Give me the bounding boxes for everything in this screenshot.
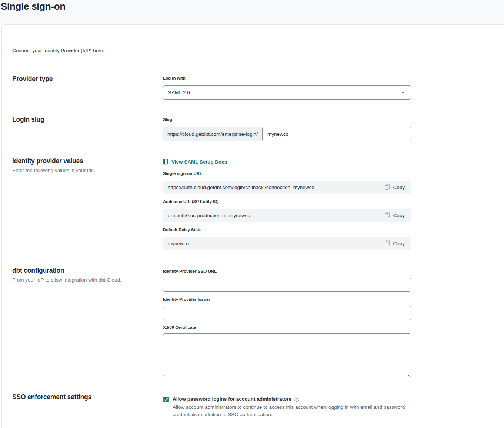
page-header: Single sign-on <box>0 0 504 24</box>
password-logins-label: Allow password logins for account admini… <box>173 396 291 402</box>
copy-icon <box>385 240 390 246</box>
idp-issuer-label: Identity Provider Issuer <box>163 297 411 301</box>
page-title: Single sign-on <box>1 1 66 12</box>
x509-certificate-label: X.509 Certificate <box>163 325 411 330</box>
password-logins-description: Allow account administrators to continue… <box>173 404 406 418</box>
idp-issuer-input[interactable] <box>163 306 411 320</box>
section-heading-provider-type: Provider type <box>12 75 53 83</box>
slug-field-group: https://cloud.getdbt.com/enterprise-logi… <box>163 127 411 141</box>
login-method-selected-value: SAML 2.0 <box>168 90 190 95</box>
book-icon <box>163 159 168 165</box>
sso-url-value: https://auth.cloud.getdbt.com/login/call… <box>168 185 314 190</box>
relay-state-label: Default Relay State <box>163 228 411 232</box>
copy-icon <box>385 184 390 190</box>
docs-link-label: View SAML Setup Docs <box>171 159 227 165</box>
section-heading-sso-enforcement: SSO enforcement settings <box>12 393 91 401</box>
audience-uri-readonly-field: urn:auth0:us-production-mt:mynewco Copy <box>163 209 411 222</box>
slug-label: Slug <box>163 117 411 122</box>
x509-certificate-textarea[interactable] <box>163 333 411 377</box>
password-logins-checkbox[interactable] <box>163 397 169 402</box>
copy-audience-uri-button[interactable]: Copy <box>385 212 405 218</box>
chevron-down-icon <box>401 90 405 95</box>
view-saml-setup-docs-link[interactable]: View SAML Setup Docs <box>163 159 411 165</box>
password-logins-text: Allow password logins for account admini… <box>173 396 406 418</box>
copy-button-label: Copy <box>393 185 405 190</box>
copy-sso-url-button[interactable]: Copy <box>385 184 405 190</box>
login-method-label: Log in with <box>163 76 411 80</box>
login-method-select[interactable]: SAML 2.0 <box>163 85 411 100</box>
section-heading-login-slug: Login slug <box>12 116 44 124</box>
copy-button-label: Copy <box>393 213 405 218</box>
idp-sso-url-input[interactable] <box>163 278 411 292</box>
section-heading-idp-values: Identity provider values <box>12 157 95 165</box>
audience-uri-value: urn:auth0:us-production-mt:mynewco <box>168 213 250 218</box>
help-circle-icon[interactable]: ? <box>294 397 299 402</box>
slug-input[interactable] <box>262 127 411 141</box>
settings-card: Connect your Identity Provider (IdP) her… <box>1 24 504 428</box>
slug-url-prefix: https://cloud.getdbt.com/enterprise-logi… <box>163 127 262 141</box>
checkmark-icon <box>164 398 168 401</box>
relay-state-readonly-field: mynewco Copy <box>163 237 411 250</box>
password-logins-checkbox-row: Allow password logins for account admini… <box>163 396 411 418</box>
sso-url-label: Single sign-on URL <box>163 171 411 176</box>
copy-relay-state-button[interactable]: Copy <box>385 240 405 246</box>
copy-button-label: Copy <box>393 241 405 246</box>
idp-sso-url-label: Identity Provider SSO URL <box>163 269 411 273</box>
idp-values-subheading: Enter the following values in your IdP. <box>12 168 95 173</box>
copy-icon <box>385 212 390 218</box>
relay-state-value: mynewco <box>168 241 189 246</box>
sso-url-readonly-field: https://auth.cloud.getdbt.com/login/call… <box>163 181 411 194</box>
audience-uri-label: Audience URI (SP Entity ID) <box>163 199 411 204</box>
dbt-configuration-subheading: From your IdP to allow integration with … <box>12 277 121 283</box>
intro-text: Connect your Identity Provider (IdP) her… <box>12 48 104 53</box>
section-heading-dbt-configuration: dbt configuration <box>12 267 121 274</box>
